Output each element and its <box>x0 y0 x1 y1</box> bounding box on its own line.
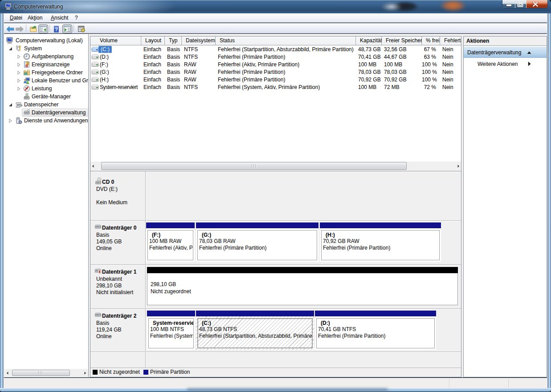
svg-text:?: ? <box>55 27 58 32</box>
